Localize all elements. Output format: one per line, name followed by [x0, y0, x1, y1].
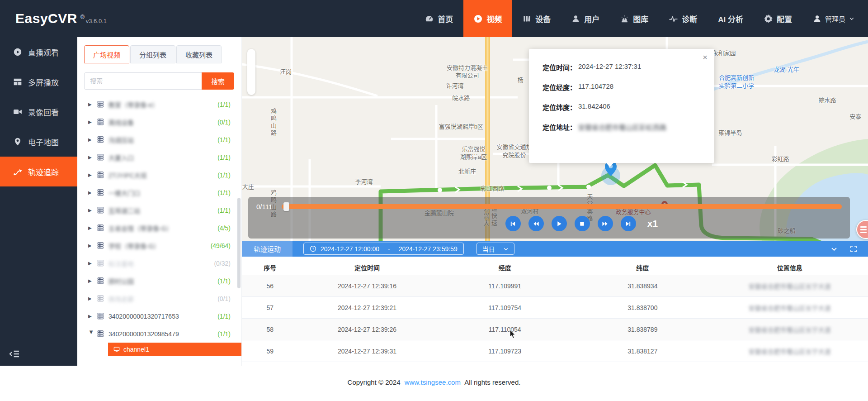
tree-node[interactable]: ▶ ZTJYIPC大班 (1/1) [84, 166, 234, 184]
caret-icon[interactable]: ▶ [88, 296, 94, 301]
panel-tabs: 广场视频 分组列表 收藏列表 [84, 45, 234, 63]
footer-link[interactable]: www.tsingsee.com [405, 378, 461, 386]
skip-to-end-button[interactable] [621, 216, 636, 231]
sidebar-item-track-trace[interactable]: 轨迹追踪 [0, 157, 77, 186]
cell-lng: 117.109754 [436, 304, 574, 311]
tree-node[interactable]: ▶ 大厦入口 (1/1) [84, 148, 234, 166]
caret-icon[interactable]: ▶ [88, 261, 94, 266]
sidebar-item-label: 多屏播放 [28, 76, 59, 88]
caret-icon[interactable]: ▶ [88, 155, 94, 160]
cell-lat: 31.838789 [574, 326, 712, 333]
table-row[interactable]: 58 2024-12-27 12:39:26 117.110054 31.838… [242, 319, 868, 340]
track-motion-bar: 轨迹运动 2024-12-27 12:00:00 - 2024-12-27 23… [242, 241, 868, 257]
nav-label: 首页 [438, 13, 453, 24]
sidebar-item-playback[interactable]: 录像回看 [0, 97, 77, 127]
caret-icon[interactable]: ▶ [88, 102, 94, 107]
tree-scrollbar[interactable] [237, 198, 241, 288]
cell-lng: 117.110054 [436, 326, 574, 333]
table-row[interactable]: 57 2024-12-27 12:39:21 117.109754 31.838… [242, 297, 868, 319]
sidebar-item-e-map[interactable]: 电子地图 [0, 127, 77, 157]
progress-track[interactable] [282, 204, 842, 209]
col-header-lat: 纬度 [574, 263, 712, 272]
rewind-icon [533, 220, 539, 227]
tab-group-list[interactable]: 分组列表 [130, 45, 175, 63]
tree-node[interactable]: ▶ 34020000001320985479 (1/1) [84, 325, 234, 343]
tree-node[interactable]: ▶ 一楼大门口 (1/1) [84, 184, 234, 201]
cell-no: 56 [242, 282, 298, 290]
tab-favorites-list[interactable]: 收藏列表 [176, 45, 222, 63]
rewind-button[interactable] [528, 216, 544, 231]
close-icon[interactable]: × [703, 53, 708, 62]
nav-item-home[interactable]: 首页 [415, 0, 463, 37]
dashboard-icon [425, 14, 434, 23]
nav-item-video[interactable]: 视频 [463, 0, 512, 37]
tree-node[interactable]: ▶ 教室（带录像-e） (1/1) [84, 95, 234, 113]
caret-icon[interactable]: ▶ [88, 172, 94, 177]
tree-node[interactable]: ▶ 34020000001320717653 (1/1) [84, 307, 234, 325]
table-row[interactable]: 56 2024-12-27 12:39:16 117.109991 31.838… [242, 275, 868, 297]
skip-to-start-button[interactable] [505, 216, 521, 231]
person-icon [813, 14, 821, 23]
table-row[interactable]: 59 2024-12-27 12:39:31 117.109723 31.838… [242, 340, 868, 362]
map-zoom-control[interactable] [247, 49, 255, 95]
nav-item-diagnosis[interactable]: 诊断 [659, 0, 708, 37]
fullscreen-icon[interactable] [850, 245, 857, 253]
tree-node-count: (1/1) [217, 154, 231, 161]
cell-time: 2024-12-27 12:39:31 [298, 348, 436, 355]
nav-item-settings[interactable]: 配置 [754, 0, 802, 37]
stop-button[interactable] [575, 216, 590, 231]
popup-row-label: 定位纬度： [542, 102, 576, 112]
tree-node[interactable]: ▶ 离线设备 (0/1) [84, 113, 234, 131]
nav-item-user[interactable]: 用户 [561, 0, 610, 37]
tree-node[interactable]: ▶ 五省会馆（带录像-G） (4/5) [84, 219, 234, 237]
progress-counter: 0/111 [256, 203, 276, 210]
caret-icon[interactable]: ▶ [88, 225, 94, 230]
range-separator: - [388, 245, 390, 253]
cell-location: 安徽省合肥市蜀山区长宁大道 [712, 347, 868, 356]
tree-node[interactable]: ▶ 沟调压站 (1/1) [84, 131, 234, 148]
nav-item-device[interactable]: 设备 [512, 0, 561, 37]
tree-node[interactable]: ▶ 学校（带录像-G） (49/64) [84, 237, 234, 254]
live-play-icon [13, 48, 22, 57]
tree-node[interactable]: ▶ 顾村公园 (1/1) [84, 272, 234, 290]
progress-handle[interactable] [283, 202, 289, 211]
tab-square-video[interactable]: 广场视频 [84, 45, 129, 63]
caret-icon[interactable]: ▶ [88, 119, 94, 124]
popup-row-label: 定位地址： [542, 122, 576, 132]
search-button[interactable]: 搜索 [202, 72, 234, 90]
caret-icon[interactable]: ▶ [88, 314, 94, 319]
account-label: 管理员 [825, 14, 845, 24]
caret-icon[interactable]: ▶ [88, 190, 94, 195]
caret-icon[interactable]: ▶ [88, 278, 94, 283]
sidebar-item-live-view[interactable]: 直播观看 [0, 37, 77, 67]
map-label: 李河湾 [355, 178, 373, 186]
sidebar-collapse-icon[interactable] [9, 348, 20, 359]
date-range-picker[interactable]: 2024-12-27 12:00:00 - 2024-12-27 23:59:5… [303, 243, 464, 255]
tree-node[interactable]: ▶ 商场走廊 (0/1) [84, 290, 234, 307]
play-button[interactable] [552, 216, 567, 231]
preset-select[interactable]: 当日 [476, 243, 514, 255]
search-input[interactable] [84, 72, 202, 90]
caret-icon[interactable]: ▶ [88, 243, 94, 248]
fast-forward-button[interactable] [598, 216, 613, 231]
channel-item-selected[interactable]: channel1 [108, 343, 241, 356]
collapse-panel-icon[interactable] [830, 245, 838, 253]
caret-icon[interactable]: ▶ [88, 208, 94, 213]
cell-lat: 31.838934 [574, 282, 712, 290]
account-menu[interactable]: 管理员 [802, 0, 868, 37]
nav-label: 图库 [633, 13, 648, 24]
caret-icon[interactable]: ▶ [89, 331, 94, 337]
cell-lng: 117.109723 [436, 348, 574, 355]
device-group-icon [97, 224, 104, 232]
sidebar-item-multi-screen[interactable]: 多屏播放 [0, 67, 77, 97]
speed-indicator[interactable]: x1 [647, 218, 658, 229]
body-row: 直播观看 多屏播放 录像回看 电子地图 轨迹追踪 [0, 37, 868, 366]
map-canvas[interactable]: 汪岗 安徽特力混凝土 有限公司 许河湾 皖水路 鸡鸣山路 富强悦湖熙岸b区 乐富… [242, 37, 868, 241]
caret-icon[interactable]: ▶ [88, 137, 94, 142]
nav-item-ai-analysis[interactable]: AI 分析 [708, 0, 754, 37]
tree-node[interactable]: ▶ 瓦埠湖二站 (1/1) [84, 201, 234, 219]
cell-no: 59 [242, 348, 298, 355]
trackbar-actions [830, 245, 857, 253]
nav-item-gallery[interactable]: 图库 [610, 0, 659, 37]
tree-node[interactable]: ▶ 标注基地 (0/32) [84, 254, 234, 272]
